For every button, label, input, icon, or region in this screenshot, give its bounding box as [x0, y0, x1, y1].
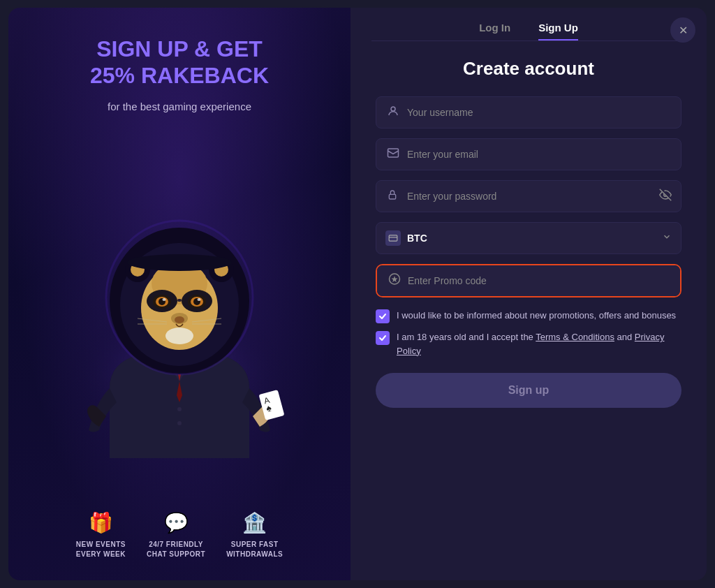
promo-title: SIGN UP & GET 25% RAKEBACK [90, 36, 269, 89]
lion-illustration: A ♠ [29, 112, 330, 511]
chat-icon: 💬 [164, 511, 189, 534]
gift-icon: 🎁 [89, 511, 113, 534]
features-row: 🎁 NEW EVENTSEVERY WEEK 💬 24/7 FRIENDLYCH… [69, 511, 290, 559]
checkbox-promotions-label: I would like to be informed about new pr… [397, 309, 676, 323]
feature-withdrawals-label: SUPER FASTWITHDRAWALS [226, 540, 283, 559]
username-group [376, 96, 681, 128]
checkbox-promotions[interactable] [376, 309, 390, 323]
right-panel: ✕ Log In Sign Up Create account [351, 8, 707, 580]
feature-events: 🎁 NEW EVENTSEVERY WEEK [76, 511, 126, 559]
promo-star-icon [388, 273, 401, 289]
promo-code-input[interactable] [377, 265, 680, 296]
signup-modal: SIGN UP & GET 25% RAKEBACK for the best … [8, 8, 707, 580]
svg-point-26 [198, 298, 201, 301]
terms-link[interactable]: Terms & Conditions [536, 332, 614, 342]
left-panel: SIGN UP & GET 25% RAKEBACK for the best … [8, 8, 351, 580]
tab-signup[interactable]: Sign Up [538, 22, 578, 41]
password-group [376, 180, 681, 212]
form-area: Create account [351, 41, 707, 580]
svg-point-34 [127, 254, 232, 271]
svg-point-28 [175, 316, 184, 323]
email-group [376, 138, 681, 170]
feature-chat: 💬 24/7 FRIENDLYCHAT SUPPORT [147, 511, 205, 559]
checkbox-terms-row: I am 18 years old and I accept the Terms… [376, 330, 681, 358]
checkbox-terms[interactable] [376, 331, 390, 345]
feature-events-label: NEW EVENTSEVERY WEEK [76, 540, 126, 559]
checkbox-promotions-row: I would like to be informed about new pr… [376, 309, 681, 323]
username-input[interactable] [376, 96, 681, 128]
close-button[interactable]: ✕ [670, 17, 695, 43]
signup-button[interactable]: Sign up [376, 373, 681, 408]
currency-group: BTC ETH USDT LTC [376, 222, 681, 254]
promo-headline: SIGN UP & GET 25% RAKEBACK [90, 36, 269, 89]
promo-code-group [376, 264, 681, 297]
svg-rect-40 [389, 235, 397, 241]
svg-point-33 [165, 328, 193, 344]
svg-point-25 [163, 298, 166, 301]
currency-icon [385, 230, 401, 246]
tab-login[interactable]: Log In [479, 22, 510, 41]
svg-point-2 [177, 421, 182, 425]
password-toggle-icon[interactable] [659, 189, 672, 204]
tabs-container: Log In Sign Up [351, 8, 707, 41]
email-input[interactable] [376, 138, 681, 170]
checkbox-terms-label: I am 18 years old and I accept the Terms… [397, 330, 681, 358]
feature-chat-label: 24/7 FRIENDLYCHAT SUPPORT [147, 540, 205, 559]
lion-svg: A ♠ [54, 165, 305, 458]
promo-subtitle: for the best gaming experience [108, 101, 251, 112]
svg-point-1 [177, 407, 182, 411]
svg-rect-18 [177, 299, 182, 302]
form-title: Create account [376, 58, 681, 80]
svg-marker-43 [392, 276, 398, 282]
feature-withdrawals: 🏦 SUPER FASTWITHDRAWALS [226, 511, 283, 559]
currency-select[interactable]: BTC ETH USDT LTC [376, 222, 681, 254]
withdraw-icon: 🏦 [242, 511, 267, 534]
password-input[interactable] [376, 180, 681, 212]
